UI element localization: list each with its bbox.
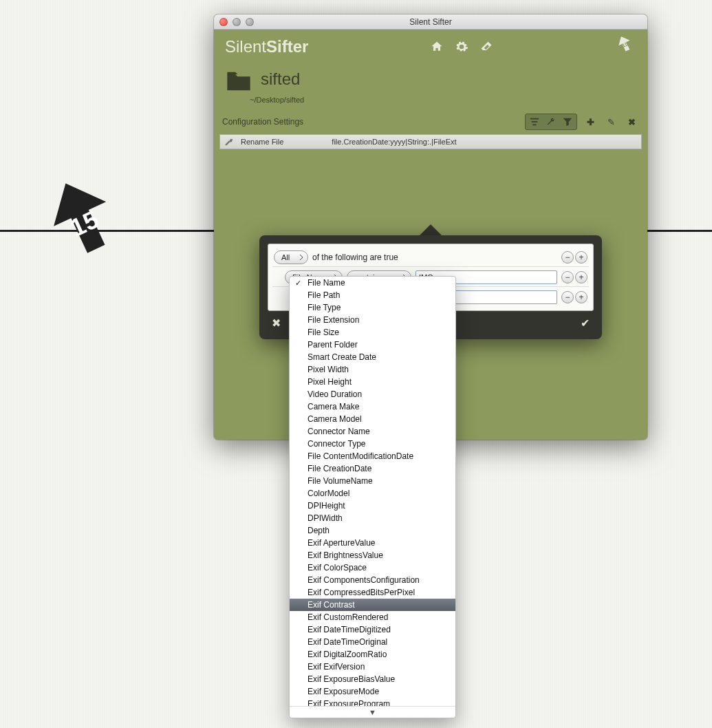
dropdown-item[interactable]: File Path <box>290 289 455 301</box>
dropdown-item[interactable]: Exif DigitalZoomRatio <box>290 648 455 661</box>
cancel-button[interactable]: ✖ <box>272 317 281 330</box>
edit-icon[interactable]: ✎ <box>603 116 618 128</box>
window-zoom-button[interactable] <box>246 18 254 26</box>
app-header: SilentSifter 15 <box>214 30 647 64</box>
svg-rect-5 <box>532 121 538 122</box>
dropdown-item[interactable]: Camera Make <box>290 400 455 413</box>
field-dropdown-menu: File NameFile PathFile TypeFile Extensio… <box>289 276 456 718</box>
window-minimize-button[interactable] <box>233 18 241 26</box>
dropdown-item[interactable]: Connector Name <box>290 425 455 438</box>
remove-compound-button[interactable]: − <box>561 251 574 264</box>
add-row-1-button[interactable]: + <box>575 271 587 283</box>
dropdown-item[interactable]: Exif ExifVersion <box>290 661 455 673</box>
app-logo-icon: 15 <box>614 34 636 56</box>
svg-rect-4 <box>530 118 539 120</box>
compound-tail-label: of the following are true <box>312 253 398 262</box>
confirm-button[interactable]: ✔ <box>581 317 590 330</box>
folder-path: ~/Desktop/sifted <box>250 96 647 109</box>
rule-row[interactable]: Rename File file.CreationDate:yyyy|Strin… <box>219 134 642 149</box>
dropdown-item[interactable]: Exif ColorSpace <box>290 561 455 574</box>
brand-label: SilentSifter <box>225 37 308 56</box>
dropdown-item[interactable]: File ContentModificationDate <box>290 450 455 462</box>
dropdown-item[interactable]: Exif ExposureBiasValue <box>290 673 455 685</box>
dropdown-item[interactable]: File Name <box>290 277 455 289</box>
dropdown-item[interactable]: Exif ApertureValue <box>290 537 455 549</box>
rule-pattern: file.CreationDate:yyyy|String:.|FileExt <box>290 138 456 146</box>
gear-icon[interactable] <box>454 39 469 54</box>
add-compound-button[interactable]: + <box>575 251 587 264</box>
dropdown-item[interactable]: Depth <box>290 524 455 537</box>
folder-name: sifted <box>261 69 300 89</box>
list-filter-icon[interactable] <box>527 116 542 128</box>
folder-block: sifted <box>214 64 647 93</box>
erase-icon[interactable] <box>479 39 494 54</box>
dropdown-item[interactable]: Camera Model <box>290 413 455 425</box>
dropdown-item[interactable]: File Extension <box>290 314 455 326</box>
any-all-select[interactable]: All <box>274 250 308 264</box>
dropdown-item[interactable]: Connector Type <box>290 438 455 450</box>
dropdown-item[interactable]: Exif ComponentsConfiguration <box>290 574 455 586</box>
brand-part1: Silent <box>225 37 266 56</box>
dropdown-item[interactable]: Exif CompressedBitsPerPixel <box>290 586 455 599</box>
dropdown-item[interactable]: Exif DateTimeOriginal <box>290 636 455 648</box>
config-bar: Configuration Settings ✚ ✎ ✖ <box>214 109 647 134</box>
add-row-2-button[interactable]: + <box>575 291 587 303</box>
dropdown-more-indicator[interactable]: ▼ <box>290 706 455 718</box>
popover-arrow <box>420 224 442 235</box>
titlebar: Silent Sifter <box>214 14 647 30</box>
dropdown-item[interactable]: Exif DateTimeDigitized <box>290 623 455 636</box>
funnel-filter-icon[interactable] <box>560 116 575 128</box>
folder-icon <box>225 69 252 93</box>
config-label: Configuration Settings <box>222 117 303 127</box>
rule-name: Rename File <box>241 138 283 146</box>
dropdown-item[interactable]: Video Duration <box>290 388 455 400</box>
dropdown-item[interactable]: File Type <box>290 301 455 314</box>
dropdown-item[interactable]: Parent Folder <box>290 339 455 351</box>
add-icon[interactable]: ✚ <box>583 116 598 128</box>
dropdown-item[interactable]: ColorModel <box>290 487 455 500</box>
dropdown-item[interactable]: File Size <box>290 326 455 339</box>
wrench-filter-icon[interactable] <box>543 116 559 128</box>
dropdown-item[interactable]: Smart Create Date <box>290 351 455 363</box>
svg-rect-6 <box>532 125 536 126</box>
dropdown-item[interactable]: DPIHeight <box>290 500 455 512</box>
dropdown-item[interactable]: File CreationDate <box>290 462 455 475</box>
background-logo-15: 15 <box>38 179 134 275</box>
remove-row-2-button[interactable]: − <box>561 291 574 303</box>
filter-tool-group <box>525 114 577 130</box>
dropdown-item[interactable]: File VolumeName <box>290 475 455 487</box>
any-all-value: All <box>281 253 290 261</box>
hammer-icon <box>224 137 234 147</box>
dropdown-item[interactable]: Pixel Width <box>290 363 455 376</box>
compound-predicate-row: All of the following are true − + <box>272 248 589 266</box>
remove-row-1-button[interactable]: − <box>561 271 574 283</box>
dropdown-item[interactable]: Exif ExposureMode <box>290 685 455 698</box>
home-icon[interactable] <box>429 39 444 54</box>
dropdown-item[interactable]: Pixel Height <box>290 376 455 388</box>
window-title: Silent Sifter <box>214 17 647 27</box>
dropdown-item[interactable]: Exif BrightnessValue <box>290 549 455 561</box>
dropdown-item[interactable]: Exif ExposureProgram <box>290 698 455 706</box>
delete-icon[interactable]: ✖ <box>624 116 639 128</box>
dropdown-item[interactable]: Exif Contrast <box>290 599 455 611</box>
brand-part2: Sifter <box>266 37 308 56</box>
dropdown-item[interactable]: Exif CustomRendered <box>290 611 455 623</box>
window-close-button[interactable] <box>219 18 228 26</box>
dropdown-item[interactable]: DPIWidth <box>290 512 455 524</box>
